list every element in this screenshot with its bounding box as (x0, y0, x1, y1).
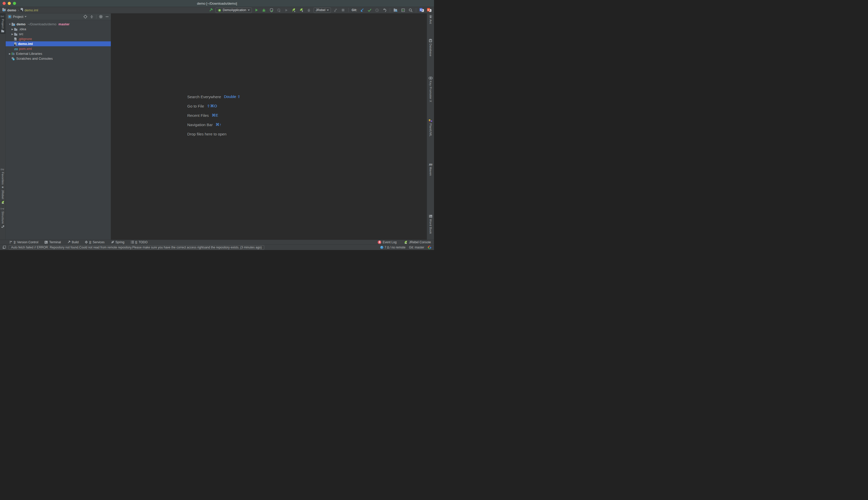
event-log-button[interactable]: 4 Event Log (378, 240, 397, 244)
tool-button-key-promoter-label: Key Promoter X (429, 81, 432, 102)
changes-sphere-icon (380, 246, 383, 249)
tool-button-version-control[interactable]: 9: Version Control (9, 240, 38, 244)
hide-panel-icon[interactable] (105, 15, 109, 18)
collapse-arrow-icon[interactable]: ▶ (11, 28, 14, 31)
project-root-folder-icon (11, 22, 15, 26)
shortcut-keys: ⌘↑ (215, 122, 221, 127)
tree-row-scratches[interactable]: Scratches and Consoles (6, 56, 111, 61)
tool-button-structure[interactable]: 7: Structure (0, 208, 5, 228)
git-commit-button[interactable] (366, 7, 372, 13)
breadcrumb-project[interactable]: demo (7, 8, 16, 12)
breadcrumb-file[interactable]: demo.iml (25, 8, 38, 12)
collapse-arrow-icon[interactable]: ▶ (9, 53, 11, 55)
stop-button-disabled[interactable] (340, 7, 346, 13)
google-icon[interactable] (428, 246, 431, 249)
gear-icon[interactable] (99, 15, 103, 19)
locate-file-icon[interactable] (83, 15, 87, 19)
translate-blue-icon[interactable]: AG (419, 7, 424, 13)
svg-text:JR: JR (2, 202, 4, 204)
tree-row-src[interactable]: ▶ src (6, 32, 111, 36)
structure-icon (1, 225, 4, 228)
tool-button-terminal[interactable]: Terminal (45, 240, 61, 244)
shortcut-label: Search Everywhere (187, 95, 221, 99)
collapse-all-icon[interactable] (90, 15, 94, 19)
translate-orange-icon[interactable]: AG (426, 7, 432, 13)
rollback-button[interactable] (382, 7, 387, 13)
tree-row-demo-iml-selected[interactable]: demo.iml (6, 41, 111, 46)
run-disabled-button[interactable] (284, 7, 289, 13)
jrebel-console-button[interactable]: JR JRebel Console (404, 240, 431, 244)
iml-file-icon (14, 42, 17, 46)
project-structure-button[interactable] (393, 7, 398, 13)
bottom-tool-bar: 9: Version Control Terminal Build 8: Ser… (0, 240, 434, 244)
tool-button-jrebel-label: JRebel (1, 190, 4, 199)
git-label: Git: (352, 8, 357, 12)
tool-button-ant[interactable]: Ant (427, 15, 434, 24)
spring-boot-config-icon (218, 8, 221, 12)
status-message[interactable]: Auto fetch failed // ERROR: Repository n… (9, 245, 264, 250)
terminal-icon (45, 241, 48, 244)
shortcut-go-to-file: Go to File ⇧⌘O (187, 101, 241, 111)
tool-button-ant-label: Ant (429, 19, 432, 24)
history-button-disabled[interactable] (374, 7, 380, 13)
jrebel-debug-button[interactable] (298, 7, 304, 13)
run-button[interactable] (254, 7, 259, 13)
status-bar: Auto fetch failed // ERROR: Repository n… (0, 244, 434, 250)
tree-row-root[interactable]: ▼ demo ~/Downloads/demo master (6, 22, 111, 27)
git-branch-widget[interactable]: Git: master (409, 246, 424, 249)
tool-button-spring[interactable]: Spring (111, 240, 125, 244)
tool-button-jrebel[interactable]: JRebel JR (0, 190, 5, 204)
shortcut-search-everywhere: Search Everywhere Double ⇧ (187, 92, 241, 101)
maven-icon: m (429, 163, 432, 166)
tree-row-external-libraries[interactable]: ▶ External Libraries (6, 51, 111, 56)
shortcut-navigation-bar: Navigation Bar ⌘↑ (187, 120, 241, 129)
build-hammer-icon[interactable] (208, 7, 214, 13)
run-anything-button[interactable] (400, 7, 406, 13)
toolbar-separator (349, 8, 349, 12)
drop-files-hint: Drop files here to open (187, 129, 241, 139)
run-configuration-select[interactable]: DemoApplication (215, 8, 252, 13)
profiler-button-disabled[interactable] (276, 7, 282, 13)
breadcrumb: demo › demo.iml (2, 8, 38, 12)
tool-button-word-book-label: Word Book (429, 219, 432, 234)
jrebel-rocket-icon: JR (1, 200, 5, 204)
tool-button-database[interactable]: Database (427, 39, 434, 56)
jrebel-run-button[interactable] (291, 7, 297, 13)
services-icon (85, 240, 88, 244)
tool-button-build[interactable]: Build (67, 240, 79, 244)
tool-button-word-book[interactable]: Word Book (427, 215, 434, 234)
hide-tool-windows-icon[interactable] (3, 246, 6, 249)
tool-button-label: Build (72, 240, 79, 244)
tree-row-pom[interactable]: m pom.xml (6, 46, 111, 51)
collapse-arrow-icon[interactable]: ▶ (11, 33, 14, 35)
run-with-coverage-button[interactable] (269, 7, 274, 13)
changes-widget[interactable]: 7 Δ / no remote (380, 246, 406, 249)
chevron-down-icon[interactable] (25, 16, 27, 17)
database-icon (429, 39, 432, 42)
tool-button-todo[interactable]: 6: TODO (131, 240, 148, 244)
tool-button-favorites[interactable]: 2: Favorites ★ (0, 169, 5, 189)
window-title: demo [~/Downloads/demo] (0, 2, 434, 5)
toolbar-actions: DemoApplication (208, 7, 432, 13)
tool-button-maven[interactable]: m Maven (427, 163, 434, 176)
shortcut-label: Go to File (187, 104, 204, 108)
jrebel-select[interactable]: JRebel (314, 8, 331, 13)
jrebel-select-value: JRebel (316, 8, 325, 12)
tool-button-plantuml[interactable]: PlantUML (427, 119, 434, 137)
chevron-down-icon (327, 10, 329, 11)
git-branch-label: Git: master (409, 246, 424, 249)
tool-button-services[interactable]: 8: Services (85, 240, 104, 244)
tree-row-gitignore[interactable]: .gitignore (6, 36, 111, 41)
tool-button-project[interactable]: 1: Project (0, 13, 5, 34)
search-everywhere-button[interactable] (408, 7, 413, 13)
expand-arrow-icon[interactable]: ▼ (9, 23, 11, 26)
editor-area[interactable]: Search Everywhere Double ⇧ Go to File ⇧⌘… (111, 13, 427, 240)
project-tool-icon (1, 30, 4, 32)
panel-title[interactable]: Project (13, 15, 23, 19)
rerun-disabled-icon[interactable] (333, 7, 338, 13)
tool-button-key-promoter[interactable]: Key Promoter X (427, 77, 434, 102)
tree-row-idea[interactable]: ▶ .idea (6, 27, 111, 32)
debug-button[interactable] (261, 7, 267, 13)
git-update-button[interactable] (359, 7, 365, 13)
panel-header-separator (96, 15, 96, 19)
